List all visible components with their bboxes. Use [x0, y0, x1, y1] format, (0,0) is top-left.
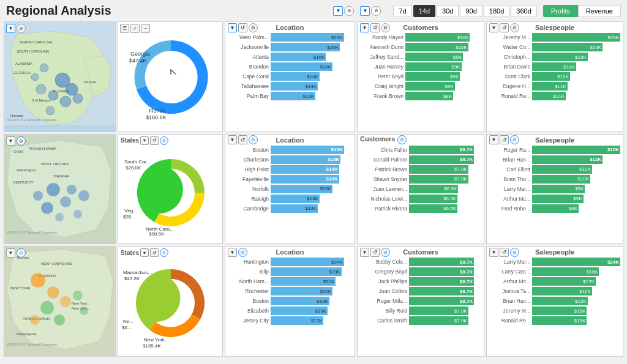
sales-filter-icons-2: ▼ ↺ ⊘: [489, 135, 519, 144]
svg-point-60: [60, 296, 71, 307]
top-filter-icon-1[interactable]: ▼: [333, 6, 343, 16]
map-noentry-icon-3[interactable]: ⊘: [17, 248, 26, 258]
row-2: ▼ ⊘ OHIO PENNSYLVANIA Washington KENTUCK…: [4, 134, 623, 245]
time-btn-180d[interactable]: 180d: [484, 5, 509, 17]
states-filter-icon-2[interactable]: ▼: [140, 136, 149, 145]
sales-noentry-icon-1[interactable]: ⊘: [510, 23, 519, 32]
time-btn-14d[interactable]: 14d: [413, 5, 435, 17]
cust-refresh-icon-1[interactable]: ↺: [370, 23, 380, 32]
map-panel-1: ▼ ⊘ NORTH CAROLINA SOUTH CAROLINA ALABAM…: [4, 21, 116, 132]
states-refresh-icon-3[interactable]: ↺: [150, 248, 159, 257]
bar-row: Raleigh$13K: [227, 195, 352, 203]
customers-filter-icons-2: Customers ⊘: [360, 135, 407, 144]
map-noentry-icon-2[interactable]: ⊘: [17, 136, 26, 146]
loc-noentry-icon-2[interactable]: ⊘: [249, 135, 258, 144]
time-btn-30d[interactable]: 30d: [437, 5, 459, 17]
sales-filter-icon-1[interactable]: ▼: [489, 23, 498, 32]
bar-row: Brian Han...$12K: [488, 155, 620, 164]
bar-row: Juan Harvey$9K: [359, 62, 481, 71]
loc-filter-icon-3[interactable]: ▼: [228, 248, 237, 257]
svg-text:Philadelphia: Philadelphia: [17, 332, 37, 336]
svg-point-12: [66, 83, 78, 95]
location-panel-3: ▼ ⊘ Location Huntington$24K Islip$23K No…: [225, 246, 355, 357]
donut-expand-icon-1[interactable]: ⤢: [130, 24, 140, 33]
time-btn-360d[interactable]: 360d: [511, 5, 536, 17]
metric-btn-profits[interactable]: Profits: [543, 5, 578, 17]
time-btn-90d[interactable]: 90d: [460, 5, 482, 17]
states-filter-icon-3[interactable]: ▼: [140, 248, 149, 257]
donut-svg-3: Massachus... $43.2K Ne... $6... New York…: [118, 257, 223, 347]
sales-filter-icons-1: ▼ ↺ ⊘: [489, 23, 519, 32]
donut-panel-1: ☰ ⤢ ··· Georgia $47.4K Florida $180.8K: [118, 21, 223, 132]
header: Regional Analysis ▼ ⊘ ▼ ⊘ 7d 14d 30d 90d…: [0, 0, 627, 20]
cust-noentry-icon-1[interactable]: ⊘: [381, 23, 390, 32]
bar-row: Brian Han...$15K: [488, 297, 620, 305]
loc-filter-icon-1[interactable]: ▼: [228, 23, 237, 32]
svg-text:HERE © 2017 Microsoft Corporat: HERE © 2017 Microsoft Corporation: [7, 231, 57, 234]
metric-btn-revenue[interactable]: Revenue: [578, 5, 621, 17]
location-filter-icons-2: ▼ ↺ ⊘: [228, 135, 258, 144]
cust-noentry-icon-3[interactable]: ⊘: [381, 248, 390, 257]
map-filter-icon-2[interactable]: ▼: [6, 136, 15, 146]
location-filter-icons-1: ▼ ↺ ⊘: [228, 23, 258, 32]
svg-point-36: [67, 185, 77, 195]
svg-point-61: [40, 301, 54, 314]
svg-point-19: [40, 64, 48, 72]
cust-refresh-icon-3[interactable]: ↺: [370, 248, 380, 257]
top-filter-icon-2[interactable]: ▼: [360, 6, 370, 16]
sales-refresh-icon-2[interactable]: ↺: [500, 135, 509, 144]
top-noentry-icon-2[interactable]: ⊘: [371, 6, 381, 16]
bar-row: Eugene H...$11K: [488, 82, 620, 91]
cust-filter-icon-3[interactable]: ▼: [360, 248, 369, 257]
map-noentry-icon-1[interactable]: ⊘: [17, 24, 26, 33]
sales-noentry-icon-3[interactable]: ⊘: [510, 248, 519, 257]
bar-row: Fayetteville$18K: [227, 175, 352, 184]
customers-panel-2: Customers ⊘ Customers Chris Fuller$8.7K …: [357, 134, 484, 245]
donut-panel-2: States ▼ ↺ ⊘ South Car... $26.0K Virg...…: [118, 134, 223, 245]
svg-text:NORTH CAROLINA: NORTH CAROLINA: [20, 40, 53, 44]
map-svg-3: Toronto NEW HAMPSHIRE VERMONT NEW YORK P…: [4, 247, 116, 349]
bar-row: High Point$18K: [227, 165, 352, 174]
states-noentry-icon-3[interactable]: ⊘: [160, 248, 168, 257]
location-panel-1: ▼ ↺ ⊘ Location West Palm... $21K Jackson…: [225, 21, 355, 132]
svg-point-13: [48, 91, 58, 100]
bar-row: Joshua Ta...$16K: [488, 287, 620, 295]
sales-filter-icon-3[interactable]: ▼: [489, 248, 498, 257]
sales-refresh-icon-3[interactable]: ↺: [500, 248, 509, 257]
bar-row: Jersey City$17K: [227, 316, 352, 325]
top-noentry-icon-1[interactable]: ⊘: [344, 6, 354, 16]
svg-text:Florida: Florida: [149, 108, 166, 114]
map-filter-icon-3[interactable]: ▼: [6, 248, 15, 258]
donut-more-icon-1[interactable]: ···: [141, 24, 150, 33]
map-filter-icon-1[interactable]: ▼: [6, 24, 15, 33]
sales-refresh-icon-1[interactable]: ↺: [500, 23, 509, 32]
bar-row: Frank Brown$8K: [359, 92, 481, 100]
loc-noentry-icon-1[interactable]: ⊘: [249, 23, 258, 32]
donut-menu-icon-1[interactable]: ☰: [120, 24, 129, 33]
time-btn-7d[interactable]: 7d: [393, 5, 411, 17]
svg-text:Virg...: Virg...: [124, 208, 137, 214]
bar-row: Elizabeth$19K: [227, 306, 352, 315]
map-panel-2: ▼ ⊘ OHIO PENNSYLVANIA Washington KENTUCK…: [4, 134, 116, 245]
states-refresh-icon-2[interactable]: ↺: [150, 136, 159, 145]
svg-point-62: [73, 291, 83, 300]
bar-row: Kenneth Dunn$10K: [359, 43, 481, 51]
cust-filter-icon-1[interactable]: ▼: [360, 23, 369, 32]
map-filter-icons-1: ▼ ⊘: [6, 24, 26, 33]
bar-row: Gregory Boyd$8.7K: [359, 267, 481, 276]
loc-refresh-icon-1[interactable]: ↺: [238, 23, 247, 32]
sales-noentry-icon-2[interactable]: ⊘: [510, 135, 519, 144]
loc-refresh-icon-2[interactable]: ↺: [238, 135, 247, 144]
loc-noentry-icon-3[interactable]: ⊘: [238, 248, 247, 257]
salespeople-header-2: ▼ ↺ ⊘ Salespeople: [487, 135, 623, 144]
svg-point-17: [36, 84, 46, 94]
states-noentry-icon-2[interactable]: ⊘: [160, 136, 168, 145]
bar-row: Arthur Mc...$17K: [488, 277, 620, 286]
bar-row: Huntington$24K: [227, 258, 352, 266]
donut-svg-2: South Car... $26.0K Virg... $35... North…: [118, 145, 223, 236]
svg-text:$47.4K: $47.4K: [129, 58, 147, 64]
sales-filter-icon-2[interactable]: ▼: [489, 135, 498, 144]
loc-filter-icon-2[interactable]: ▼: [228, 135, 237, 144]
svg-point-58: [31, 273, 45, 288]
bar-row: Brandon $18K: [227, 62, 352, 71]
